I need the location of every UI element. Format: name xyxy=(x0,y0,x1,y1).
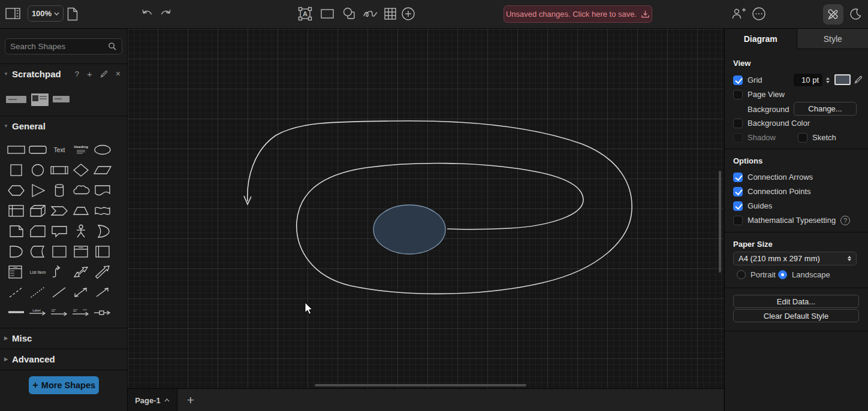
horizontal-scrollbar[interactable] xyxy=(315,384,526,386)
search-shapes-input[interactable]: Search Shapes xyxy=(5,38,122,55)
shape-callout[interactable] xyxy=(49,221,70,241)
insert-rectangle-icon[interactable] xyxy=(320,6,335,22)
section-general[interactable]: ▼ General xyxy=(0,116,128,136)
shape-vcontainer[interactable] xyxy=(92,241,113,262)
shape-card[interactable] xyxy=(27,221,49,241)
scratchpad-close-icon[interactable]: × xyxy=(116,69,120,78)
insert-text-icon[interactable]: A xyxy=(297,6,313,22)
stepper-up-icon[interactable] xyxy=(826,77,830,80)
paper-size-select[interactable]: A4 (210 mm x 297 mm) xyxy=(733,252,857,265)
sketch-tools-button[interactable] xyxy=(823,4,843,25)
shape-labelarrow[interactable]: Label xyxy=(27,303,49,323)
shape-square[interactable] xyxy=(5,160,27,180)
shape-container[interactable] xyxy=(49,241,70,262)
shape-para[interactable] xyxy=(92,160,113,180)
shadow-checkbox[interactable] xyxy=(733,133,743,143)
grid-color-swatch[interactable] xyxy=(834,74,851,85)
shape-list[interactable] xyxy=(5,262,27,282)
undo-icon[interactable] xyxy=(140,6,155,22)
more-options-icon[interactable] xyxy=(751,6,767,22)
insert-shape-icon[interactable] xyxy=(341,6,357,22)
clear-default-style-button[interactable]: Clear Default Style xyxy=(733,309,859,322)
scratchpad-item[interactable] xyxy=(31,93,49,106)
change-background-button[interactable]: Change... xyxy=(794,102,857,116)
shape-arrow[interactable] xyxy=(92,262,113,282)
add-page-button[interactable]: + xyxy=(177,389,204,411)
background-color-checkbox[interactable] xyxy=(733,119,743,128)
shape-boxarrow[interactable] xyxy=(92,303,113,323)
shape-biconn[interactable] xyxy=(70,282,92,303)
shape-listitem[interactable]: List Item xyxy=(27,262,49,282)
share-icon[interactable] xyxy=(730,6,747,22)
shape-conn[interactable] xyxy=(92,282,113,303)
shape-cloud[interactable] xyxy=(70,180,92,201)
edit-data-button[interactable]: Edit Data... xyxy=(733,295,859,308)
shape-tape[interactable] xyxy=(92,201,113,221)
shape-ann1[interactable] xyxy=(49,303,70,323)
scratchpad-help-icon[interactable]: ? xyxy=(75,69,79,78)
page-format-icon[interactable] xyxy=(65,5,80,22)
shape-actor[interactable] xyxy=(70,221,92,241)
shape-process[interactable] xyxy=(49,160,70,180)
shape-note[interactable] xyxy=(5,221,27,241)
freehand-icon[interactable] xyxy=(363,6,378,22)
connection-arrows-checkbox[interactable] xyxy=(733,173,743,182)
shape-ellipse[interactable] xyxy=(92,140,113,160)
more-shapes-button[interactable]: + More Shapes xyxy=(29,376,99,394)
shape-biarrow[interactable] xyxy=(70,262,92,282)
page-tab[interactable]: Page-1 xyxy=(128,389,177,411)
tab-diagram[interactable]: Diagram xyxy=(725,29,797,49)
stepper-down-icon[interactable] xyxy=(826,81,830,83)
shape-containerT[interactable] xyxy=(70,241,92,262)
zoom-control[interactable]: 100% xyxy=(28,5,64,22)
tab-style[interactable]: Style xyxy=(797,29,868,49)
blue-ellipse-shape[interactable] xyxy=(373,205,445,254)
connection-points-checkbox[interactable] xyxy=(733,187,743,197)
section-advanced[interactable]: ▶ Advanced xyxy=(0,349,128,369)
spiral-curve[interactable] xyxy=(248,121,632,294)
shape-cube[interactable] xyxy=(27,201,49,221)
guides-checkbox[interactable] xyxy=(733,201,743,211)
landscape-radio[interactable] xyxy=(778,270,787,279)
grid-size-input[interactable]: 10 pt xyxy=(794,74,822,86)
shape-or[interactable] xyxy=(92,221,113,241)
unsaved-changes-banner[interactable]: Unsaved changes. Click here to save. xyxy=(504,5,652,23)
portrait-radio[interactable] xyxy=(737,270,746,279)
shape-dash[interactable] xyxy=(5,282,27,303)
shape-ann2[interactable] xyxy=(70,303,92,323)
section-misc[interactable]: ▶ Misc xyxy=(0,328,128,348)
insert-more-icon[interactable] xyxy=(400,6,416,22)
help-icon[interactable]: ? xyxy=(840,216,850,225)
shape-rrect[interactable] xyxy=(27,140,49,160)
math-typesetting-checkbox[interactable] xyxy=(733,216,743,225)
shape-rect[interactable] xyxy=(5,140,27,160)
redo-icon[interactable] xyxy=(158,6,173,22)
insert-table-icon[interactable] xyxy=(382,6,398,22)
shape-diamond[interactable] xyxy=(70,160,92,180)
shape-heading[interactable]: Heading xyxy=(70,140,92,160)
shape-doc[interactable] xyxy=(92,180,113,201)
section-scratchpad[interactable]: ▼ Scratchpad ? + × xyxy=(0,64,128,84)
shape-dstore[interactable] xyxy=(27,241,49,262)
shape-text[interactable]: Text xyxy=(49,140,70,160)
page-view-checkbox[interactable] xyxy=(733,90,743,99)
scratchpad-item[interactable] xyxy=(53,96,70,102)
shape-and[interactable] xyxy=(5,241,27,262)
scratchpad-item[interactable] xyxy=(6,96,26,103)
dark-mode-icon[interactable] xyxy=(847,6,864,22)
shape-hex[interactable] xyxy=(5,180,27,201)
shape-curve[interactable] xyxy=(49,262,70,282)
shape-trap[interactable] xyxy=(70,201,92,221)
scratchpad-edit-icon[interactable] xyxy=(100,70,108,78)
shape-cyl[interactable] xyxy=(49,180,70,201)
shape-step[interactable] xyxy=(49,201,70,221)
grid-size-stepper[interactable] xyxy=(824,75,831,86)
grid-checkbox[interactable] xyxy=(733,75,743,85)
shape-link[interactable] xyxy=(5,303,27,323)
shape-istore[interactable] xyxy=(5,201,27,221)
scratchpad-add-icon[interactable]: + xyxy=(87,69,92,79)
diagram-canvas[interactable] xyxy=(128,29,724,388)
shape-circle[interactable] xyxy=(27,160,49,180)
sketch-checkbox[interactable] xyxy=(798,133,807,143)
shape-tri[interactable] xyxy=(27,180,49,201)
